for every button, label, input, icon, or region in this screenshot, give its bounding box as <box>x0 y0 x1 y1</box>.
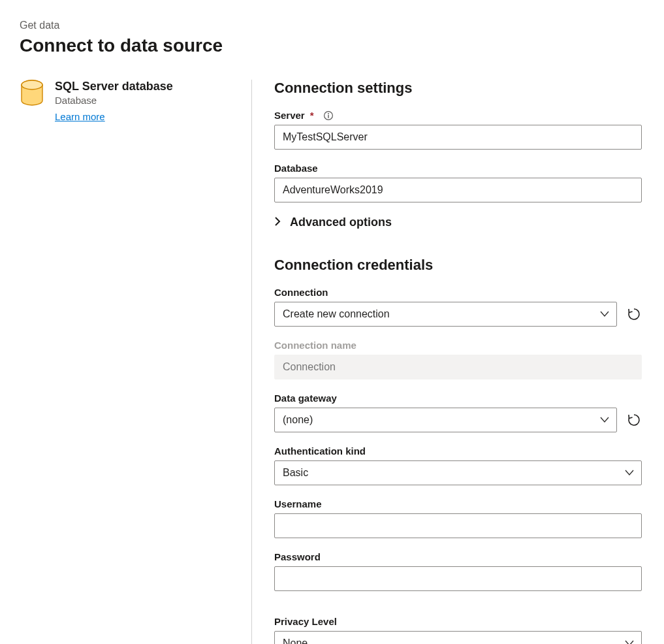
source-name: SQL Server database <box>55 80 173 93</box>
database-icon <box>20 80 46 108</box>
data-gateway-label: Data gateway <box>274 393 642 404</box>
section-heading-settings: Connection settings <box>274 80 642 97</box>
auth-kind-select[interactable] <box>274 460 642 485</box>
info-icon[interactable] <box>323 110 334 121</box>
password-label: Password <box>274 551 642 562</box>
server-input[interactable] <box>274 125 642 150</box>
required-indicator: * <box>310 110 314 121</box>
connection-name-label: Connection name <box>274 340 642 351</box>
svg-point-3 <box>328 113 329 114</box>
password-input[interactable] <box>274 566 642 591</box>
learn-more-link[interactable]: Learn more <box>55 111 105 122</box>
source-subtitle: Database <box>55 95 173 106</box>
sidebar: SQL Server database Database Learn more <box>20 80 252 644</box>
chevron-right-icon <box>274 217 283 229</box>
section-heading-credentials: Connection credentials <box>274 257 642 274</box>
data-gateway-select[interactable] <box>274 408 617 432</box>
auth-kind-label: Authentication kind <box>274 445 642 457</box>
privacy-level-select[interactable] <box>274 631 642 644</box>
page-title: Connect to data source <box>20 35 644 56</box>
svg-rect-4 <box>328 114 328 118</box>
advanced-options-toggle[interactable]: Advanced options <box>274 216 642 229</box>
main-panel: Connection settings Server * Database Ad… <box>252 80 644 644</box>
connection-label: Connection <box>274 287 642 298</box>
username-label: Username <box>274 498 642 509</box>
connection-name-input <box>274 355 642 379</box>
server-label: Server * <box>274 110 642 121</box>
breadcrumb: Get data <box>20 20 644 31</box>
database-input[interactable] <box>274 178 642 202</box>
refresh-connection-button[interactable] <box>626 306 642 322</box>
database-label: Database <box>274 163 642 174</box>
refresh-gateway-button[interactable] <box>626 412 642 428</box>
advanced-options-label: Advanced options <box>290 216 392 229</box>
svg-point-1 <box>22 80 42 89</box>
username-input[interactable] <box>274 513 642 538</box>
connection-select[interactable] <box>274 302 617 327</box>
privacy-level-label: Privacy Level <box>274 616 642 627</box>
